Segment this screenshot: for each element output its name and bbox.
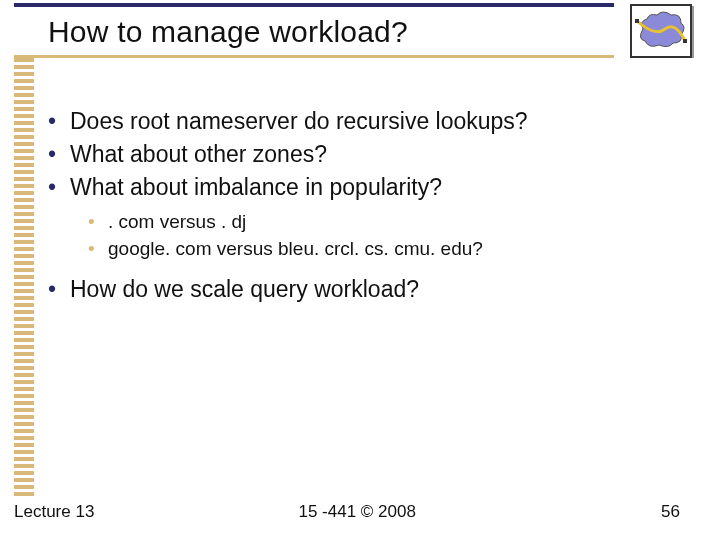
bullet-item: What about imbalance in popularity? . co…	[48, 172, 680, 272]
logo-icon	[630, 4, 692, 58]
slide-title: How to manage workload?	[14, 11, 614, 55]
bullet-item: Does root nameserver do recursive lookup…	[48, 106, 680, 137]
sub-bullet-list: . com versus . dj google. com versus ble…	[70, 203, 680, 272]
svg-rect-0	[635, 19, 639, 23]
sub-bullet-item: google. com versus bleu. crcl. cs. cmu. …	[88, 236, 680, 263]
footer: Lecture 13 15 -441 © 2008 56	[14, 502, 680, 522]
bullet-text: How do we scale query workload?	[70, 276, 419, 302]
bullet-text: . com versus . dj	[108, 211, 246, 232]
decorative-stripes	[14, 58, 34, 504]
bullet-text: google. com versus bleu. crcl. cs. cmu. …	[108, 238, 483, 259]
bullet-list: Does root nameserver do recursive lookup…	[48, 106, 680, 305]
slide: How to manage workload? Does root namese…	[0, 0, 720, 540]
bullet-item: What about other zones?	[48, 139, 680, 170]
sub-bullet-item: . com versus . dj	[88, 209, 680, 236]
svg-rect-1	[683, 39, 687, 43]
bullet-item: How do we scale query workload?	[48, 274, 680, 305]
title-block: How to manage workload?	[14, 3, 614, 58]
title-rule-bottom	[14, 55, 614, 58]
bullet-text: Does root nameserver do recursive lookup…	[70, 108, 528, 134]
bullet-text: What about imbalance in popularity?	[70, 174, 442, 200]
content-area: Does root nameserver do recursive lookup…	[48, 106, 680, 307]
footer-left: Lecture 13	[14, 502, 94, 522]
bullet-text: What about other zones?	[70, 141, 327, 167]
title-rule-top	[14, 3, 614, 7]
footer-right: 56	[620, 502, 680, 522]
footer-center: 15 -441 © 2008	[94, 502, 620, 522]
